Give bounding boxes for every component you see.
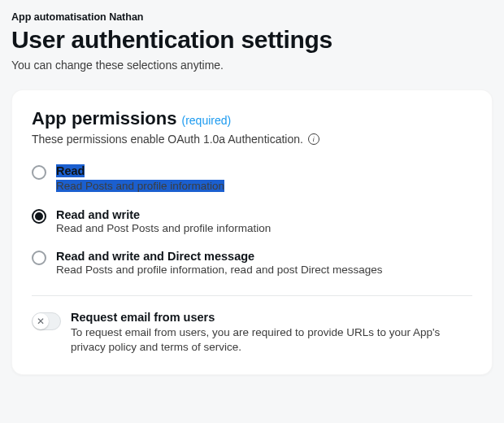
required-label: (required) — [181, 114, 231, 127]
info-icon[interactable]: i — [308, 133, 319, 145]
radio-title: Read and write — [56, 208, 140, 221]
page-subtitle: You can change these selections anytime. — [11, 59, 493, 72]
email-toggle[interactable]: ✕ — [32, 312, 61, 330]
page-title: User authentication settings — [11, 26, 493, 54]
toggle-desc: To request email from users, you are req… — [71, 325, 472, 355]
radio-title: Read — [56, 164, 85, 177]
radio-option-read-write-dm[interactable]: Read and write and Direct message Read P… — [32, 249, 472, 276]
radio-option-read-write[interactable]: Read and write Read and Post Posts and p… — [32, 207, 472, 234]
radio-indicator — [32, 209, 46, 224]
radio-indicator — [32, 251, 46, 265]
radio-text: Read Read Posts and profile information — [56, 164, 224, 193]
section-title: App permissions — [32, 108, 176, 129]
section-head: App permissions (required) — [32, 108, 472, 129]
radio-indicator — [32, 165, 46, 180]
radio-desc: Read Posts and profile information — [56, 180, 224, 192]
radio-text: Read and write and Direct message Read P… — [56, 249, 382, 276]
email-toggle-row: ✕ Request email from users To request em… — [32, 311, 472, 355]
divider — [32, 295, 472, 296]
radio-option-read[interactable]: Read Read Posts and profile information — [32, 164, 472, 193]
breadcrumb[interactable]: App automatisation Nathan — [11, 11, 493, 23]
toggle-title: Request email from users — [71, 311, 472, 324]
radio-desc: Read and Post Posts and profile informat… — [56, 222, 271, 234]
close-icon: ✕ — [33, 313, 49, 329]
section-desc-text: These permissions enable OAuth 1.0a Auth… — [32, 133, 303, 146]
radio-desc: Read Posts and profile information, read… — [56, 264, 382, 276]
page: App automatisation Nathan User authentic… — [0, 0, 504, 375]
radio-text: Read and write Read and Post Posts and p… — [56, 207, 271, 234]
radio-group: Read Read Posts and profile information … — [32, 164, 472, 276]
permissions-card: App permissions (required) These permiss… — [11, 89, 493, 375]
radio-title: Read and write and Direct message — [56, 250, 254, 263]
section-desc: These permissions enable OAuth 1.0a Auth… — [32, 133, 472, 146]
toggle-text: Request email from users To request emai… — [71, 311, 472, 355]
